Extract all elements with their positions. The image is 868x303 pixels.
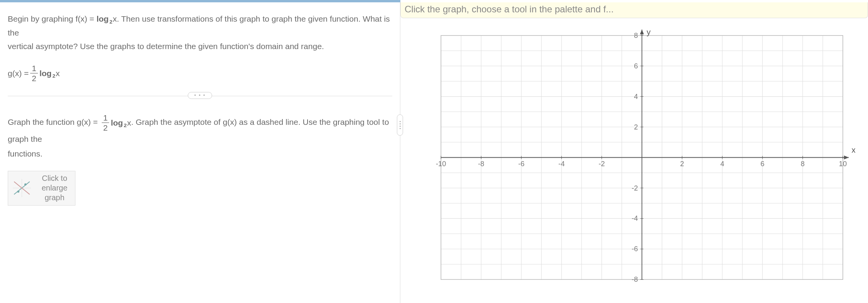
y-tick-label: 8 (634, 31, 638, 39)
coordinate-plane[interactable]: -10-8-6-4-22468102468-2-4-6-8yx (424, 20, 860, 295)
x-axis-label: x (851, 146, 855, 154)
x-tick-label: 6 (760, 160, 764, 168)
x-tick-label: 8 (801, 160, 805, 168)
y-tick-label: -8 (632, 275, 638, 283)
question-panel: Begin by graphing f(x) = log 2 x . Then … (0, 2, 400, 303)
main-container: Begin by graphing f(x) = log 2 x . Then … (0, 2, 868, 303)
gx-frac-den: 2 (30, 73, 38, 82)
instr-log: log (111, 116, 123, 130)
y-tick-label: -2 (632, 184, 638, 192)
graph-hint-text: Click the graph, choose a tool in the pa… (405, 4, 613, 14)
intro-line-2: vertical asymptote? Use the graphs to de… (8, 39, 392, 53)
x-tick-label: 10 (839, 160, 847, 168)
enlarge-line2: enlarge (37, 183, 72, 193)
section-divider: • • • (8, 96, 392, 96)
y-tick-label: 6 (634, 62, 638, 70)
svg-point-5 (24, 184, 27, 186)
gx-frac-num: 1 (30, 64, 38, 73)
y-tick-label: 2 (634, 123, 638, 131)
x-tick-label: -10 (436, 160, 446, 168)
enlarge-label: Click to enlarge graph (37, 174, 72, 203)
x-tick-label: -6 (518, 160, 525, 168)
instr-var: x (127, 116, 132, 130)
gx-equation: g(x) = 1 2 log 2 x (8, 64, 392, 82)
instr-frac: 1 2 (102, 114, 109, 132)
fx-log: log (96, 12, 109, 26)
svg-marker-48 (640, 29, 644, 34)
gx-fraction: 1 2 (30, 64, 38, 82)
x-tick-label: -2 (598, 160, 605, 168)
enlarge-thumb-icon (11, 177, 32, 199)
x-tick-label: -4 (559, 160, 565, 168)
y-tick-label: -4 (632, 214, 638, 222)
gx-lhs: g(x) = (8, 69, 29, 78)
gx-base: 2 (52, 73, 55, 79)
intro-line-1: Begin by graphing f(x) = log 2 x . Then … (8, 12, 392, 39)
fx-base: 2 (109, 17, 113, 26)
enlarge-line1: Click to (37, 174, 72, 183)
instr-base: 2 (124, 121, 127, 131)
svg-point-4 (17, 191, 20, 193)
graph-hint-banner: Click the graph, choose a tool in the pa… (400, 2, 868, 18)
y-tick-label: 4 (634, 92, 638, 100)
question-intro: Begin by graphing f(x) = log 2 x . Then … (8, 12, 392, 53)
instr-frac-den: 2 (102, 123, 109, 132)
enlarge-line3: graph (37, 193, 72, 203)
instruction-line-1: Graph the function g(x) = 1 2 log 2 x . … (8, 114, 392, 146)
x-tick-label: 2 (680, 160, 684, 168)
gx-log: log (39, 69, 52, 78)
gx-var: x (56, 69, 60, 78)
x-tick-label: -8 (478, 160, 484, 168)
panel-resize-handle[interactable] (397, 114, 403, 136)
x-tick-label: 4 (720, 160, 724, 168)
instruction-text: Graph the function g(x) = 1 2 log 2 x . … (8, 114, 392, 161)
gx-log-expr: log 2 x (39, 69, 60, 78)
instruction-line-2: functions. (8, 146, 392, 161)
intro-text-1: Begin by graphing f(x) = (8, 14, 96, 23)
svg-marker-47 (844, 155, 849, 159)
enlarge-graph-button[interactable]: Click to enlarge graph (8, 171, 75, 206)
instr-frac-num: 1 (102, 114, 109, 123)
y-tick-label: -6 (632, 245, 638, 253)
instr-part1: Graph the function g(x) = (8, 117, 100, 126)
instr-log-expr: log 2 x (111, 116, 131, 130)
y-axis-label: y (647, 28, 651, 36)
fx-var: x (113, 12, 117, 26)
instr-eq: 1 2 log 2 x (100, 114, 131, 132)
expand-pill[interactable]: • • • (188, 92, 212, 99)
fx-log-expr: log 2 x (96, 12, 117, 26)
graph-panel: Click the graph, choose a tool in the pa… (400, 2, 868, 303)
